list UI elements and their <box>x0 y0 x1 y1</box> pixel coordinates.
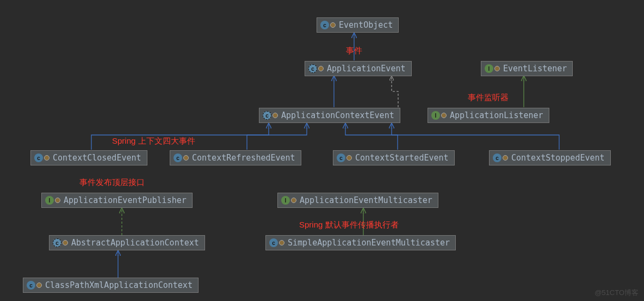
node-application-listener: I ApplicationListener <box>428 108 549 123</box>
node-label: ContextStartedEvent <box>355 153 449 163</box>
badge-icon <box>346 155 352 161</box>
interface-icon: I <box>45 196 54 205</box>
badge-icon <box>318 66 324 71</box>
node-label: ApplicationEventMulticaster <box>300 195 432 205</box>
class-icon: c <box>174 153 182 162</box>
badge-icon <box>183 155 189 161</box>
badge-icon <box>291 198 296 203</box>
node-label: SimpleApplicationEventMulticaster <box>288 238 450 248</box>
class-icon: c <box>34 153 43 162</box>
node-event-listener: I EventListener <box>481 61 573 76</box>
node-label: ApplicationEvent <box>327 64 406 73</box>
badge-icon <box>63 240 68 245</box>
annotation-four-context-events: Spring 上下文四大事件 <box>112 136 195 146</box>
uml-class-diagram: c EventObject c ApplicationEvent I Event… <box>0 0 644 301</box>
node-application-event-publisher: I ApplicationEventPublisher <box>41 193 193 208</box>
edge-stopped-to-appCtxEvent <box>392 124 559 150</box>
edge-refreshed-to-appCtxEvent <box>247 124 307 150</box>
badge-icon <box>279 240 284 245</box>
node-label: ClassPathXmlApplicationContext <box>45 280 193 290</box>
node-application-context-event: c ApplicationContextEvent <box>259 108 400 123</box>
badge-icon <box>273 113 278 118</box>
badge-icon <box>36 282 42 288</box>
abstract-class-icon: c <box>53 238 61 247</box>
node-label: ApplicationListener <box>450 110 543 120</box>
node-classpath-xml-application-context: c ClassPathXmlApplicationContext <box>23 278 199 293</box>
watermark: @51CTO博客 <box>595 288 639 298</box>
node-context-closed-event: c ContextClosedEvent <box>30 150 147 165</box>
annotation-event-listener: 事件监听器 <box>468 93 509 103</box>
class-icon: c <box>27 281 35 290</box>
annotation-publisher-top-ifc: 事件发布顶层接口 <box>79 177 145 188</box>
node-context-stopped-event: c ContextStoppedEvent <box>489 150 611 165</box>
node-simple-application-event-multicaster: c SimpleApplicationEventMulticaster <box>265 235 456 250</box>
node-application-event-multicaster: I ApplicationEventMulticaster <box>277 193 438 208</box>
node-label: EventObject <box>339 20 393 30</box>
node-application-event: c ApplicationEvent <box>305 61 412 76</box>
badge-icon <box>494 66 500 71</box>
class-icon: c <box>493 153 501 162</box>
badge-icon <box>503 155 508 161</box>
node-label: AbstractApplicationContext <box>71 238 199 248</box>
node-label: EventListener <box>503 64 567 73</box>
badge-icon <box>55 198 60 203</box>
badge-icon <box>330 22 336 28</box>
class-icon: c <box>269 238 278 247</box>
interface-icon: I <box>485 64 493 73</box>
node-label: ContextRefreshedEvent <box>192 153 295 163</box>
node-label: ApplicationContextEvent <box>281 110 394 120</box>
annotation-default-multicaster: Spring 默认事件传播执行者 <box>299 220 399 230</box>
node-context-started-event: c ContextStartedEvent <box>333 150 455 165</box>
node-context-refreshed-event: c ContextRefreshedEvent <box>170 150 301 165</box>
node-label: ContextStoppedEvent <box>511 153 605 163</box>
annotation-event: 事件 <box>346 46 362 56</box>
abstract-class-icon: c <box>263 111 271 120</box>
interface-icon: I <box>431 111 440 120</box>
node-abstract-application-context: c AbstractApplicationContext <box>49 235 205 250</box>
node-event-object: c EventObject <box>317 17 399 33</box>
interface-icon: I <box>281 196 290 205</box>
badge-icon <box>441 113 447 118</box>
abstract-class-icon: c <box>308 64 317 73</box>
edge-started-to-appCtxEvent <box>345 124 398 150</box>
edge-appListener-to-appEvent-dep <box>392 77 398 107</box>
node-label: ContextClosedEvent <box>53 153 141 163</box>
class-icon: c <box>320 21 329 29</box>
class-icon: c <box>337 153 345 162</box>
node-label: ApplicationEventPublisher <box>64 195 187 205</box>
badge-icon <box>44 155 49 161</box>
